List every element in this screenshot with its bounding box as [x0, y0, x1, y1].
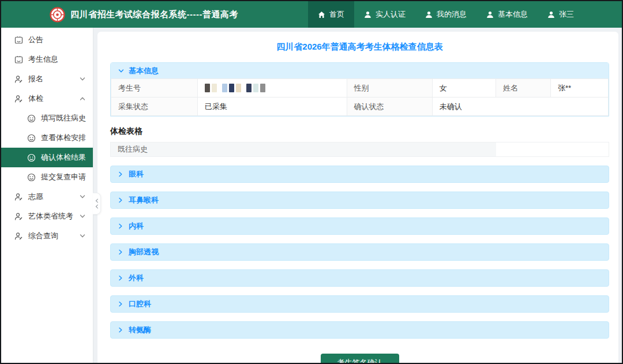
chevron-left-icon: [95, 198, 99, 203]
nav-user-account-label: 张三: [559, 9, 574, 20]
exam-table-heading: 体检表格: [110, 126, 609, 137]
user-edit-icon: [14, 75, 23, 84]
user-icon: [425, 11, 433, 18]
chevron-down-icon: [80, 76, 85, 82]
section-transaminase[interactable]: 转氨酶: [110, 321, 609, 339]
nav-home[interactable]: 首页: [308, 1, 354, 28]
chevron-right-icon: [118, 171, 123, 177]
main-content: 四川省2026年普通高考考生体格检查信息表 基本信息 考生号: [93, 28, 622, 363]
nav-identity-verify[interactable]: 实人认证: [354, 1, 415, 28]
confirm-status-label: 确认状态: [347, 97, 432, 116]
sidebar-item-submit-recheck-request[interactable]: 提交复查申请: [1, 167, 93, 187]
chevron-left-icon: [95, 204, 99, 209]
basic-info-panel-header[interactable]: 基本信息: [111, 63, 609, 78]
content-card: 四川省2026年普通高考考生体格检查信息表 基本信息 考生号: [97, 32, 618, 363]
sidebar-item-comprehensive-query[interactable]: 综合查询: [1, 226, 93, 246]
sidebar-item-registration[interactable]: 报名: [1, 69, 93, 89]
section-dental[interactable]: 口腔科: [110, 295, 609, 313]
user-edit-icon: [14, 212, 23, 221]
user-edit-icon: [14, 95, 23, 103]
chevron-down-icon: [80, 233, 85, 239]
smile-icon: [27, 173, 36, 182]
body-row: 公告 考生信息 报名 体检 填写既往病史 查看体检安排: [1, 28, 622, 363]
sidebar-item-label: 填写既往病史: [41, 113, 86, 123]
section-label: 耳鼻喉科: [129, 195, 159, 205]
sidebar-item-preferences[interactable]: 志愿: [1, 187, 93, 207]
smile-icon: [27, 114, 36, 123]
medical-history-row: 既往病史: [110, 142, 609, 157]
user-icon: [364, 11, 371, 18]
table-row: 采集状态 已采集 确认状态 未确认: [111, 97, 609, 116]
medical-history-value: [496, 142, 609, 156]
section-internal-medicine[interactable]: 内科: [110, 217, 609, 235]
sidebar-item-label: 综合查询: [28, 231, 58, 241]
chevron-right-icon: [118, 301, 123, 307]
table-row: 考生号 性别 女 姓名 张**: [111, 79, 609, 97]
chevron-up-icon: [80, 96, 85, 102]
candidate-signature-confirm-button[interactable]: 考生签名确认: [321, 354, 399, 363]
chevron-down-icon: [80, 213, 85, 219]
section-label: 口腔科: [129, 299, 151, 309]
nav-user-account[interactable]: 张三: [538, 1, 584, 28]
sidebar-collapse-toggle[interactable]: [93, 193, 101, 215]
sidebar-item-art-sports-exam[interactable]: 艺体类省统考: [1, 207, 93, 226]
basic-info-table: 考生号 性别 女 姓名 张** 采集状态 已采集 确认状态 未确认: [111, 78, 609, 116]
app-logo-icon: [50, 7, 65, 22]
chevron-right-icon: [118, 249, 123, 255]
sidebar-item-confirm-exam-results[interactable]: 确认体检结果: [1, 148, 93, 167]
nav-identity-verify-label: 实人认证: [376, 9, 406, 20]
top-nav: 首页 实人认证 我的消息 基本信息 张三: [308, 1, 584, 28]
sidebar-item-label: 查看体检安排: [41, 133, 86, 143]
sidebar-item-label: 考生信息: [28, 54, 58, 65]
basic-info-title: 基本信息: [129, 66, 159, 76]
user-edit-icon: [14, 193, 23, 201]
section-surgery[interactable]: 外科: [110, 269, 609, 287]
section-label: 内科: [129, 221, 144, 231]
confirm-status-value: 未确认: [432, 97, 608, 116]
app-window: 四川省招生考试综合报名系统-----普通高考 首页 实人认证 我的消息 基本信息…: [0, 0, 623, 364]
sidebar-item-label: 公告: [28, 35, 43, 45]
nav-home-label: 首页: [329, 9, 344, 20]
gender-label: 性别: [347, 79, 432, 97]
exam-id-label: 考生号: [111, 79, 198, 97]
smile-icon: [27, 134, 36, 142]
home-icon: [318, 11, 325, 18]
sidebar-item-candidate-info[interactable]: 考生信息: [1, 50, 93, 69]
section-chest-xray[interactable]: 胸部透视: [110, 243, 609, 261]
sidebar-item-fill-medical-history[interactable]: 填写既往病史: [1, 108, 93, 128]
brand-title: 四川省招生考试综合报名系统-----普通高考: [70, 9, 238, 20]
chevron-right-icon: [118, 223, 123, 229]
section-ophthalmology[interactable]: 眼科: [110, 166, 609, 183]
section-ent[interactable]: 耳鼻喉科: [110, 192, 609, 209]
section-label: 眼科: [129, 169, 144, 179]
gender-value: 女: [432, 79, 496, 97]
notice-icon: [14, 36, 23, 44]
sidebar-item-view-exam-schedule[interactable]: 查看体检安排: [1, 128, 93, 148]
user-edit-icon: [14, 232, 23, 241]
exam-id-value: [197, 79, 347, 97]
section-label: 外科: [129, 273, 144, 283]
brand: 四川省招生考试综合报名系统-----普通高考: [1, 1, 238, 28]
collect-status-value: 已采集: [197, 97, 347, 116]
nav-basic-info-label: 基本信息: [498, 9, 528, 20]
button-row: 考生签名确认: [110, 354, 609, 363]
sidebar-item-label: 提交复查申请: [41, 172, 86, 182]
section-label: 转氨酶: [129, 325, 151, 335]
basic-info-panel: 基本信息 考生号 性别 女 姓名 张**: [110, 62, 609, 117]
chevron-right-icon: [118, 327, 123, 333]
sidebar-item-announcements[interactable]: 公告: [1, 30, 93, 50]
collect-status-label: 采集状态: [111, 97, 198, 116]
nav-messages[interactable]: 我的消息: [415, 1, 476, 28]
chevron-right-icon: [118, 197, 123, 203]
medical-history-label: 既往病史: [111, 142, 496, 156]
sidebar-item-label: 报名: [28, 74, 43, 84]
section-label: 胸部透视: [129, 247, 159, 257]
sidebar-item-physical-exam[interactable]: 体检: [1, 89, 93, 108]
name-value: 张**: [550, 79, 608, 97]
smile-icon: [27, 153, 36, 162]
exam-id-masked: [205, 84, 340, 92]
nav-basic-info[interactable]: 基本信息: [476, 1, 538, 28]
name-label: 姓名: [496, 79, 551, 97]
page-title: 四川省2026年普通高考考生体格检查信息表: [110, 42, 609, 52]
chevron-down-icon: [118, 68, 124, 74]
